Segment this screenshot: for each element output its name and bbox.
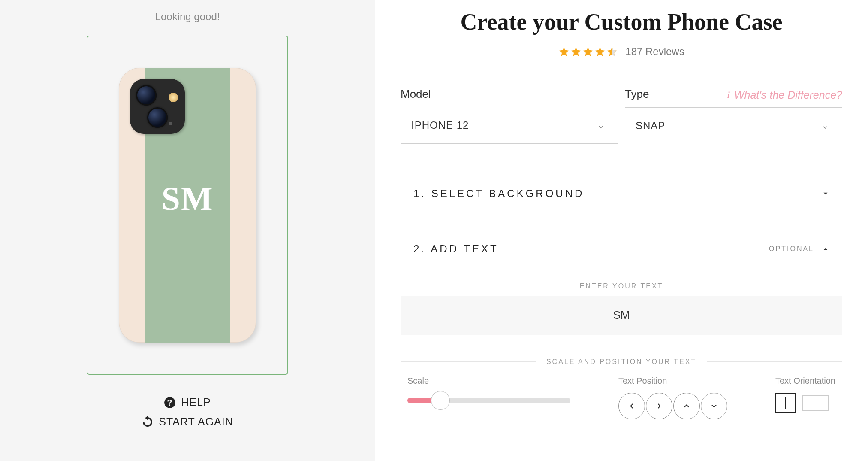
chevron-up-icon — [822, 245, 829, 253]
help-button[interactable]: ? HELP — [164, 396, 211, 409]
monogram-input[interactable] — [401, 296, 842, 335]
type-select[interactable]: SNAP — [625, 107, 842, 144]
preview-box: SM — [87, 36, 288, 375]
chevron-down-icon — [822, 190, 829, 197]
page-title: Create your Custom Phone Case — [401, 9, 842, 35]
move-down-button[interactable] — [701, 393, 727, 419]
slider-thumb[interactable] — [431, 391, 450, 410]
model-value: IPHONE 12 — [411, 119, 469, 131]
star-icon — [594, 46, 606, 57]
enter-text-label: ENTER YOUR TEXT — [570, 282, 674, 290]
star-icon — [570, 46, 582, 57]
position-control: Text Position — [618, 376, 727, 419]
config-panel: Create your Custom Phone Case 187 Review… — [375, 0, 868, 461]
select-background-title: 1. SELECT BACKGROUND — [413, 188, 584, 200]
type-value: SNAP — [636, 120, 665, 132]
star-icon — [582, 46, 594, 57]
scale-label: Scale — [407, 376, 570, 386]
star-rating — [558, 46, 618, 57]
position-label: Text Position — [618, 376, 727, 386]
whats-difference-text: What's the Difference? — [734, 89, 842, 101]
model-label: Model — [401, 88, 431, 101]
controls-row: Scale Text Position Text Orientation — [401, 376, 842, 419]
orientation-horizontal-button[interactable] — [802, 395, 829, 411]
optional-tag: OPTIONAL — [769, 245, 814, 253]
model-type-row: Model IPHONE 12 Type i What's the Differ… — [401, 88, 842, 144]
camera-mic — [169, 122, 172, 125]
case-monogram: SM — [119, 179, 256, 218]
preview-status: Looking good! — [155, 11, 220, 23]
scale-position-divider: SCALE AND POSITION YOUR TEXT — [401, 358, 842, 366]
scale-control: Scale — [407, 376, 570, 403]
camera-lens — [147, 107, 168, 128]
whats-difference-link[interactable]: i What's the Difference? — [727, 89, 842, 101]
help-label: HELP — [181, 396, 211, 409]
orientation-buttons — [775, 393, 835, 413]
horizontal-line-icon — [807, 403, 824, 403]
enter-text-divider: ENTER YOUR TEXT — [401, 282, 842, 290]
vertical-line-icon — [785, 397, 786, 409]
move-up-button[interactable] — [673, 393, 700, 419]
start-again-label: START AGAIN — [159, 416, 233, 428]
svg-marker-2 — [145, 416, 148, 420]
add-text-title: 2. ADD TEXT — [413, 243, 499, 255]
star-icon — [558, 46, 570, 57]
reviews-row[interactable]: 187 Reviews — [401, 45, 842, 58]
camera-flash — [169, 93, 178, 102]
undo-icon — [142, 416, 154, 428]
type-label: Type — [625, 88, 649, 101]
model-select[interactable]: IPHONE 12 — [401, 107, 618, 144]
orientation-label: Text Orientation — [775, 376, 835, 386]
orientation-control: Text Orientation — [775, 376, 835, 413]
camera-bump — [130, 79, 185, 134]
select-background-header[interactable]: 1. SELECT BACKGROUND — [401, 166, 842, 221]
type-field: Type i What's the Difference? SNAP — [625, 88, 842, 144]
chevron-down-icon — [597, 121, 605, 129]
move-left-button[interactable] — [618, 393, 645, 419]
help-icon: ? — [164, 397, 176, 409]
camera-lens — [136, 85, 157, 106]
preview-actions: ? HELP START AGAIN — [142, 396, 233, 428]
start-again-button[interactable]: START AGAIN — [142, 416, 233, 428]
model-field: Model IPHONE 12 — [401, 88, 618, 144]
add-text-header[interactable]: 2. ADD TEXT OPTIONAL — [401, 221, 842, 276]
scale-position-label: SCALE AND POSITION YOUR TEXT — [536, 358, 707, 366]
scale-slider[interactable] — [407, 398, 570, 403]
info-icon: i — [727, 89, 730, 100]
position-buttons — [618, 393, 727, 419]
star-half-icon — [606, 46, 618, 57]
svg-text:?: ? — [167, 398, 173, 407]
review-count: 187 Reviews — [625, 45, 684, 58]
phone-case-preview: SM — [119, 68, 256, 343]
orientation-vertical-button[interactable] — [775, 393, 796, 413]
chevron-down-icon — [821, 122, 829, 130]
preview-panel: Looking good! SM ? HELP START AGAIN — [0, 0, 375, 461]
move-right-button[interactable] — [646, 393, 672, 419]
